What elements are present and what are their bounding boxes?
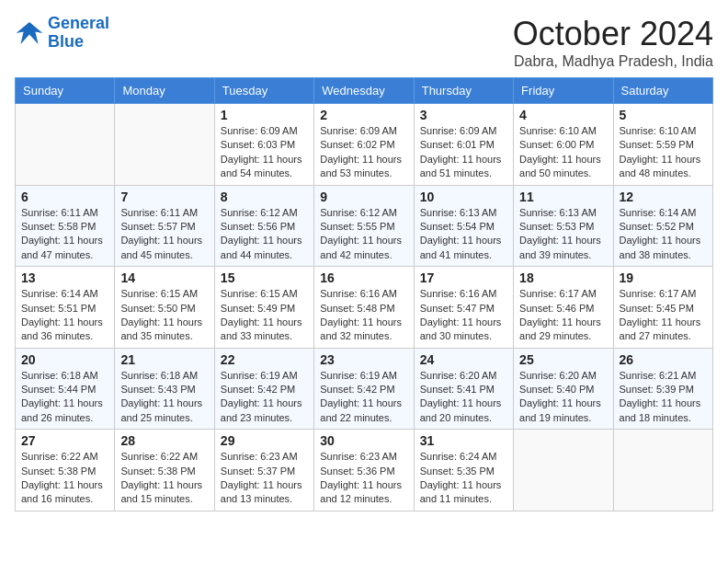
day-number: 30 xyxy=(320,433,407,448)
calendar-day-cell: 20Sunrise: 6:18 AM Sunset: 5:44 PM Dayli… xyxy=(16,348,115,430)
day-info: Sunrise: 6:12 AM Sunset: 5:55 PM Dayligh… xyxy=(320,206,407,263)
day-info: Sunrise: 6:16 AM Sunset: 5:47 PM Dayligh… xyxy=(420,287,507,344)
day-info: Sunrise: 6:10 AM Sunset: 5:59 PM Dayligh… xyxy=(620,124,707,181)
day-info: Sunrise: 6:19 AM Sunset: 5:42 PM Dayligh… xyxy=(320,369,407,426)
calendar-day-cell: 3Sunrise: 6:09 AM Sunset: 6:01 PM Daylig… xyxy=(414,104,513,186)
day-info: Sunrise: 6:12 AM Sunset: 5:56 PM Dayligh… xyxy=(221,206,308,263)
day-info: Sunrise: 6:18 AM Sunset: 5:43 PM Dayligh… xyxy=(120,369,208,426)
day-number: 2 xyxy=(320,108,407,122)
logo-line1: General xyxy=(48,14,109,32)
day-info: Sunrise: 6:20 AM Sunset: 5:41 PM Dayligh… xyxy=(420,369,507,426)
day-number: 5 xyxy=(620,108,707,122)
calendar-week-row: 20Sunrise: 6:18 AM Sunset: 5:44 PM Dayli… xyxy=(16,348,713,430)
day-info: Sunrise: 6:15 AM Sunset: 5:50 PM Dayligh… xyxy=(120,287,208,344)
calendar-day-cell: 10Sunrise: 6:13 AM Sunset: 5:54 PM Dayli… xyxy=(414,185,513,267)
weekday-header: Thursday xyxy=(414,78,513,104)
calendar-day-cell: 13Sunrise: 6:14 AM Sunset: 5:51 PM Dayli… xyxy=(16,267,115,349)
day-info: Sunrise: 6:16 AM Sunset: 5:48 PM Dayligh… xyxy=(320,287,407,344)
day-number: 25 xyxy=(519,352,607,367)
calendar-day-cell: 31Sunrise: 6:24 AM Sunset: 5:35 PM Dayli… xyxy=(414,430,513,511)
day-number: 19 xyxy=(620,270,707,285)
day-number: 24 xyxy=(420,352,507,367)
day-number: 13 xyxy=(21,270,108,285)
month-title: October 2024 xyxy=(513,15,713,53)
day-number: 18 xyxy=(519,270,607,285)
location: Dabra, Madhya Pradesh, India xyxy=(513,53,713,70)
calendar-day-cell: 12Sunrise: 6:14 AM Sunset: 5:52 PM Dayli… xyxy=(613,185,712,267)
day-info: Sunrise: 6:19 AM Sunset: 5:42 PM Dayligh… xyxy=(221,369,308,426)
weekday-header: Wednesday xyxy=(314,78,414,104)
calendar-day-cell xyxy=(514,430,613,511)
calendar-day-cell xyxy=(613,430,712,511)
calendar-day-cell: 24Sunrise: 6:20 AM Sunset: 5:41 PM Dayli… xyxy=(414,348,513,430)
logo: General Blue xyxy=(15,15,109,52)
day-number: 11 xyxy=(519,190,607,204)
day-number: 1 xyxy=(221,108,308,122)
calendar-day-cell: 7Sunrise: 6:11 AM Sunset: 5:57 PM Daylig… xyxy=(115,185,214,267)
day-info: Sunrise: 6:18 AM Sunset: 5:44 PM Dayligh… xyxy=(21,369,108,426)
svg-marker-0 xyxy=(17,22,43,44)
day-number: 20 xyxy=(21,352,108,367)
day-number: 16 xyxy=(320,270,407,285)
day-number: 6 xyxy=(21,190,108,204)
day-number: 31 xyxy=(420,433,507,448)
calendar-day-cell: 18Sunrise: 6:17 AM Sunset: 5:46 PM Dayli… xyxy=(514,267,613,349)
calendar-day-cell xyxy=(115,104,214,186)
calendar-week-row: 1Sunrise: 6:09 AM Sunset: 6:03 PM Daylig… xyxy=(16,104,713,186)
weekday-header: Monday xyxy=(115,78,214,104)
day-number: 4 xyxy=(519,108,607,122)
day-info: Sunrise: 6:09 AM Sunset: 6:02 PM Dayligh… xyxy=(320,124,407,181)
day-info: Sunrise: 6:23 AM Sunset: 5:37 PM Dayligh… xyxy=(221,450,308,507)
calendar-day-cell: 9Sunrise: 6:12 AM Sunset: 5:55 PM Daylig… xyxy=(314,185,414,267)
logo-text: General Blue xyxy=(48,15,109,52)
day-number: 14 xyxy=(120,270,208,285)
logo-line2: Blue xyxy=(48,32,84,51)
calendar-day-cell: 26Sunrise: 6:21 AM Sunset: 5:39 PM Dayli… xyxy=(613,348,712,430)
day-info: Sunrise: 6:13 AM Sunset: 5:54 PM Dayligh… xyxy=(420,206,507,263)
calendar-day-cell: 16Sunrise: 6:16 AM Sunset: 5:48 PM Dayli… xyxy=(314,267,414,349)
day-info: Sunrise: 6:15 AM Sunset: 5:49 PM Dayligh… xyxy=(221,287,308,344)
day-number: 10 xyxy=(420,190,507,204)
day-number: 26 xyxy=(620,352,707,367)
title-block: October 2024 Dabra, Madhya Pradesh, Indi… xyxy=(513,15,713,70)
calendar-day-cell: 21Sunrise: 6:18 AM Sunset: 5:43 PM Dayli… xyxy=(115,348,214,430)
day-info: Sunrise: 6:20 AM Sunset: 5:40 PM Dayligh… xyxy=(519,369,607,426)
calendar-day-cell: 15Sunrise: 6:15 AM Sunset: 5:49 PM Dayli… xyxy=(214,267,313,349)
calendar-day-cell: 23Sunrise: 6:19 AM Sunset: 5:42 PM Dayli… xyxy=(314,348,414,430)
day-info: Sunrise: 6:14 AM Sunset: 5:52 PM Dayligh… xyxy=(620,206,707,263)
day-info: Sunrise: 6:24 AM Sunset: 5:35 PM Dayligh… xyxy=(420,450,507,507)
calendar-day-cell: 1Sunrise: 6:09 AM Sunset: 6:03 PM Daylig… xyxy=(214,104,313,186)
day-info: Sunrise: 6:09 AM Sunset: 6:03 PM Dayligh… xyxy=(221,124,308,181)
day-number: 27 xyxy=(21,433,108,448)
weekday-header: Saturday xyxy=(613,78,712,104)
day-number: 7 xyxy=(120,190,208,204)
day-number: 29 xyxy=(221,433,308,448)
day-info: Sunrise: 6:22 AM Sunset: 5:38 PM Dayligh… xyxy=(120,450,208,507)
calendar-day-cell xyxy=(16,104,115,186)
weekday-header: Friday xyxy=(514,78,613,104)
day-number: 12 xyxy=(620,190,707,204)
day-number: 28 xyxy=(120,433,208,448)
calendar-day-cell: 30Sunrise: 6:23 AM Sunset: 5:36 PM Dayli… xyxy=(314,430,414,511)
calendar-header-row: SundayMondayTuesdayWednesdayThursdayFrid… xyxy=(16,78,713,104)
day-number: 17 xyxy=(420,270,507,285)
day-info: Sunrise: 6:10 AM Sunset: 6:00 PM Dayligh… xyxy=(519,124,607,181)
day-info: Sunrise: 6:21 AM Sunset: 5:39 PM Dayligh… xyxy=(620,369,707,426)
day-number: 3 xyxy=(420,108,507,122)
day-info: Sunrise: 6:11 AM Sunset: 5:57 PM Dayligh… xyxy=(120,206,208,263)
day-info: Sunrise: 6:17 AM Sunset: 5:45 PM Dayligh… xyxy=(620,287,707,344)
weekday-header: Tuesday xyxy=(214,78,313,104)
day-info: Sunrise: 6:22 AM Sunset: 5:38 PM Dayligh… xyxy=(21,450,108,507)
day-info: Sunrise: 6:11 AM Sunset: 5:58 PM Dayligh… xyxy=(21,206,108,263)
day-number: 15 xyxy=(221,270,308,285)
day-number: 9 xyxy=(320,190,407,204)
calendar-week-row: 6Sunrise: 6:11 AM Sunset: 5:58 PM Daylig… xyxy=(16,185,713,267)
calendar-day-cell: 29Sunrise: 6:23 AM Sunset: 5:37 PM Dayli… xyxy=(214,430,313,511)
calendar-day-cell: 22Sunrise: 6:19 AM Sunset: 5:42 PM Dayli… xyxy=(214,348,313,430)
page-header: General Blue October 2024 Dabra, Madhya … xyxy=(15,15,713,70)
calendar-table: SundayMondayTuesdayWednesdayThursdayFrid… xyxy=(15,77,713,511)
calendar-day-cell: 8Sunrise: 6:12 AM Sunset: 5:56 PM Daylig… xyxy=(214,185,313,267)
calendar-day-cell: 19Sunrise: 6:17 AM Sunset: 5:45 PM Dayli… xyxy=(613,267,712,349)
weekday-header: Sunday xyxy=(16,78,115,104)
calendar-day-cell: 2Sunrise: 6:09 AM Sunset: 6:02 PM Daylig… xyxy=(314,104,414,186)
